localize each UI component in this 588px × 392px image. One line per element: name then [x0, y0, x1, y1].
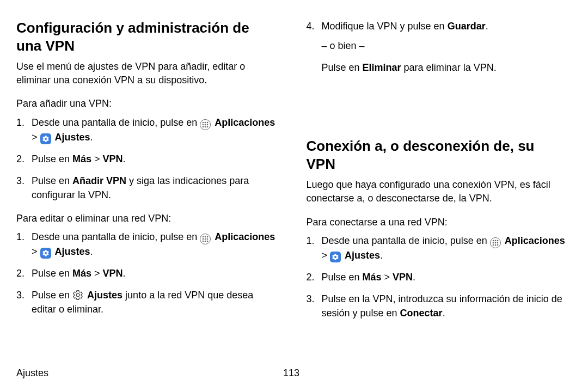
footer-section: Ajustes: [16, 367, 48, 378]
heading-config-vpn: Configuración y administración de una VP…: [16, 19, 277, 54]
list-item: Pulse en Más > VPN.: [307, 270, 567, 284]
settings-icon: [40, 248, 51, 259]
list-item: Pulse en Más > VPN.: [16, 266, 277, 280]
apps-icon: [490, 237, 501, 248]
edit-vpn-steps: Desde una pantalla de inicio, pulse en A…: [16, 230, 277, 316]
settings-icon: [330, 252, 341, 262]
add-vpn-intro: Para añadir una VPN:: [16, 97, 277, 111]
list-item: Desde una pantalla de inicio, pulse en A…: [16, 115, 277, 144]
gear-icon: [72, 290, 83, 301]
content-columns: Configuración y administración de una VP…: [16, 19, 566, 328]
apps-icon: [200, 119, 211, 130]
list-item: Desde una pantalla de inicio, pulse en A…: [16, 230, 277, 259]
connect-vpn-steps: Desde una pantalla de inicio, pulse en A…: [307, 234, 567, 320]
heading-connect-vpn: Conexión a, o desconexión de, su VPN: [307, 137, 567, 173]
list-item: Pulse en Añadir VPN y siga las indicacio…: [16, 174, 277, 202]
list-item: Desde una pantalla de inicio, pulse en A…: [307, 234, 567, 262]
list-item: Pulse en Ajustes junto a la red VPN que …: [16, 288, 277, 316]
list-item: Pulse en Más > VPN.: [16, 152, 277, 166]
add-vpn-steps: Desde una pantalla de inicio, pulse en A…: [16, 115, 277, 202]
footer-page-number: 113: [283, 367, 299, 379]
edit-vpn-intro: Para editar o eliminar una red VPN:: [16, 212, 277, 225]
list-item: Pulse en la VPN, introduzca su informaci…: [307, 292, 567, 320]
edit-vpn-steps-cont: Modifique la VPN y pulse en Guardar. – o…: [307, 19, 567, 75]
connect-intro: Luego que haya configurado una conexión …: [307, 178, 567, 205]
left-column: Configuración y administración de una VP…: [16, 19, 277, 328]
connect-steps-intro: Para conectarse a una red VPN:: [307, 216, 567, 229]
config-intro: Use el menú de ajustes de VPN para añadi…: [16, 60, 277, 87]
apps-icon: [200, 234, 211, 244]
list-item: Modifique la VPN y pulse en Guardar. – o…: [307, 19, 567, 75]
right-column: Modifique la VPN y pulse en Guardar. – o…: [307, 19, 567, 328]
settings-icon: [40, 133, 51, 144]
page-footer: Ajustes 113: [16, 367, 566, 379]
delete-option: Pulse en Eliminar para eliminar la VPN.: [322, 60, 567, 75]
alt-option: – o bien –: [322, 39, 567, 53]
